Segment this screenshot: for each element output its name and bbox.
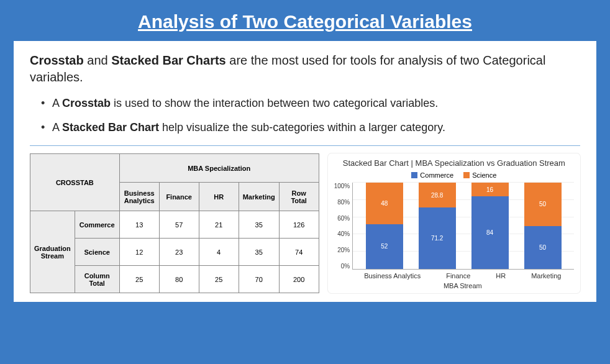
legend-swatch-icon — [463, 172, 470, 178]
bar-segment-commerce: 52 — [366, 224, 403, 269]
chart-plot-area: 48 52 28.8 71.2 16 84 50 — [352, 183, 574, 270]
legend-label: Commerce — [420, 171, 453, 179]
xcat: HR — [496, 272, 506, 280]
bar-segment-commerce: 84 — [471, 196, 509, 269]
crosstab-cell: 200 — [279, 266, 319, 293]
ytick: 80% — [334, 199, 350, 206]
crosstab-corner: CROSSTAB — [30, 154, 120, 211]
bullet-strong: Stacked Bar Chart — [62, 121, 159, 134]
crosstab-rowlabel: Column Total — [75, 266, 119, 293]
crosstab-cell: 126 — [279, 211, 319, 239]
chart-plot: 100% 80% 60% 40% 20% 0% 4 — [334, 183, 574, 270]
bar-segment-commerce: 71.2 — [419, 207, 456, 269]
bullet-rest: is used to show the interaction between … — [111, 97, 438, 109]
crosstab-colgroup: MBA Specialization — [119, 154, 319, 183]
crosstab-cell: 25 — [119, 266, 159, 293]
ytick: 100% — [334, 183, 350, 189]
crosstab-cell: 21 — [199, 211, 239, 239]
ytick: 40% — [334, 230, 350, 237]
crosstab-col: Marketing — [239, 183, 279, 211]
bullet-item: A Crosstab is used to show the interacti… — [41, 97, 580, 110]
legend-item-commerce: Commerce — [411, 171, 453, 179]
page-title: Analysis of Two Categorical Variables — [14, 11, 596, 32]
xcat: Business Analytics — [364, 272, 421, 280]
chart-legend: Commerce Science — [334, 171, 574, 179]
bullet-strong: Crosstab — [62, 97, 111, 109]
crosstab-cell: 35 — [239, 239, 279, 266]
bar-segment-science: 16 — [471, 183, 509, 196]
legend-swatch-icon — [411, 172, 417, 178]
bullet-rest: help visualize the sub-categories within… — [159, 121, 445, 134]
intro-strong-2: Stacked Bar Charts — [111, 53, 226, 67]
crosstab-cell: 23 — [159, 239, 199, 266]
crosstab-cell: 12 — [119, 239, 159, 266]
bar-segment-commerce: 50 — [524, 226, 562, 270]
intro-paragraph: Crosstab and Stacked Bar Charts are the … — [30, 52, 580, 86]
bullet-item: A Stacked Bar Chart help visualize the s… — [41, 121, 580, 134]
bar-segment-science: 48 — [366, 183, 403, 224]
stacked-bar-chart: Stacked Bar Chart | MBA Specialization v… — [328, 153, 580, 293]
xcat: Marketing — [531, 272, 561, 280]
crosstab-col: Finance — [159, 183, 199, 211]
ytick: 20% — [334, 247, 350, 253]
divider — [30, 145, 580, 146]
chart-xlabel: MBA Stream — [334, 282, 574, 289]
crosstab-rowgroup: Graduation Stream — [30, 211, 75, 293]
bullet-list: A Crosstab is used to show the interacti… — [30, 97, 580, 134]
ytick: 0% — [334, 263, 350, 270]
slide-container: Analysis of Two Categorical Variables Cr… — [0, 0, 610, 311]
chart-yaxis: 100% 80% 60% 40% 20% 0% — [334, 183, 353, 270]
crosstab-table: CROSSTAB MBA Specialization Business Ana… — [30, 153, 319, 293]
chart-title: Stacked Bar Chart | MBA Specialization v… — [334, 158, 574, 168]
crosstab-cell: 70 — [239, 266, 279, 293]
intro-strong-1: Crosstab — [30, 53, 84, 67]
crosstab-cell: 74 — [279, 239, 319, 266]
chart-bar: 48 52 — [366, 183, 403, 269]
bullet-pre: A — [52, 97, 62, 109]
ytick: 60% — [334, 215, 350, 222]
content-card: Crosstab and Stacked Bar Charts are the … — [14, 41, 596, 302]
xcat: Finance — [446, 272, 470, 280]
legend-label: Science — [472, 171, 496, 179]
crosstab-cell: 25 — [199, 266, 239, 293]
bar-segment-science: 28.8 — [419, 183, 456, 207]
crosstab-rowlabel: Commerce — [75, 211, 119, 239]
crosstab-cell: 4 — [199, 239, 239, 266]
crosstab-col: Business Analytics — [119, 183, 159, 211]
crosstab-col: HR — [199, 183, 239, 211]
chart-xaxis: Business Analytics Finance HR Marketing — [334, 272, 574, 280]
legend-item-science: Science — [463, 171, 496, 179]
intro-mid: and — [84, 53, 111, 67]
crosstab-cell: 57 — [159, 211, 199, 239]
crosstab-cell: 13 — [119, 211, 159, 239]
crosstab-rowlabel: Science — [75, 239, 119, 266]
chart-xcats: Business Analytics Finance HR Marketing — [352, 272, 574, 280]
body-row: CROSSTAB MBA Specialization Business Ana… — [30, 153, 580, 293]
chart-bar: 28.8 71.2 — [419, 183, 456, 269]
crosstab-col: Row Total — [279, 183, 319, 211]
crosstab-cell: 80 — [159, 266, 199, 293]
bar-segment-science: 50 — [524, 183, 562, 226]
bullet-pre: A — [52, 121, 62, 134]
crosstab-cell: 35 — [239, 211, 279, 239]
chart-bar: 16 84 — [471, 183, 509, 269]
chart-bar: 50 50 — [524, 183, 562, 269]
